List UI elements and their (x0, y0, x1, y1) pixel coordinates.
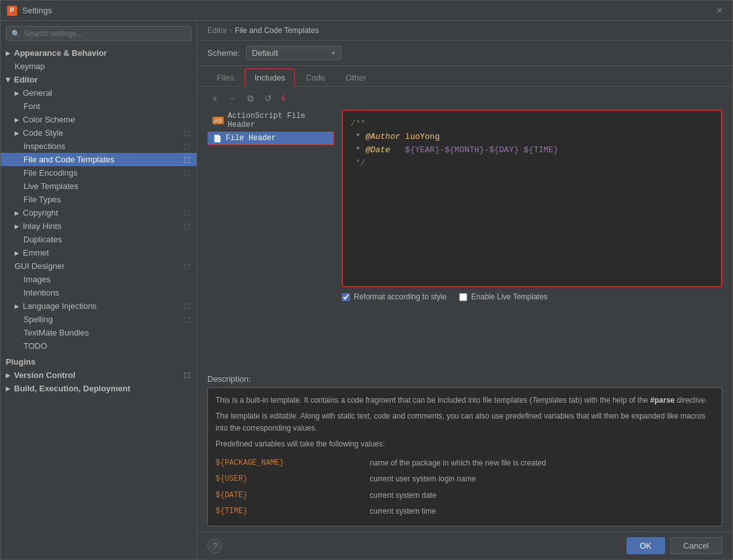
description-section: Description: This is a built-in template… (197, 374, 732, 532)
help-button[interactable]: ? (207, 538, 223, 554)
title-bar: P Settings × (1, 1, 732, 21)
scheme-select-wrapper[interactable]: Default Project (246, 46, 341, 60)
sidebar-item-duplicates[interactable]: Duplicates (1, 233, 197, 246)
sidebar-item-plugins[interactable]: Plugins (1, 355, 197, 368)
copyright-copy-icon: ⬚ (184, 209, 190, 217)
desc-text-3: Predefined variables will take the follo… (216, 438, 714, 450)
breadcrumb-editor: Editor (207, 26, 227, 35)
add-button[interactable]: + (207, 91, 223, 106)
var-package: ${PACKAGE_NAME} (216, 455, 370, 471)
settings-dialog: P Settings × 🔍 ▶ Appearance & Behavior K… (0, 0, 733, 560)
sidebar-item-version-control[interactable]: ▶ Version Control ⬚ (1, 368, 197, 382)
checkboxes-row: Reformat according to style Enable Live … (342, 292, 722, 301)
as-icon: AS (212, 117, 224, 124)
scheme-select[interactable]: Default Project (246, 46, 341, 60)
fe-copy-icon: ⬚ (184, 169, 190, 177)
sidebar-item-language-injections[interactable]: ▶ Language Injections ⬚ (1, 299, 197, 313)
sidebar-item-file-types[interactable]: File Types (1, 193, 197, 206)
window-title: Settings (22, 6, 52, 15)
tab-files[interactable]: Files (207, 68, 243, 86)
sidebar-item-appearance[interactable]: ▶ Appearance & Behavior (1, 46, 197, 60)
main-content: Editor › File and Code Templates Scheme:… (197, 21, 732, 559)
description-box: This is a built-in template. It contains… (207, 387, 722, 527)
sidebar-item-editor[interactable]: ▶ Editor (1, 73, 197, 86)
sidebar-item-spelling[interactable]: Spelling ⬚ (1, 313, 197, 326)
remove-button[interactable]: − (225, 91, 240, 106)
code-line-1: /** (351, 117, 713, 131)
sidebar-item-code-style[interactable]: ▶ Code Style ⬚ (1, 126, 197, 140)
code-style-copy-icon: ⬚ (184, 129, 190, 137)
breadcrumb: Editor › File and Code Templates (197, 21, 732, 41)
file-tree-item-actionscript[interactable]: AS ActionScript File Header (207, 110, 334, 131)
search-input[interactable] (24, 29, 186, 38)
tab-code[interactable]: Code (296, 68, 335, 86)
table-row: ${USER} current user system login name (216, 471, 714, 487)
expand-icon: ▶ (15, 303, 19, 309)
spelling-copy-icon: ⬚ (184, 315, 190, 323)
expand-icon: ▶ (15, 250, 19, 256)
table-row: ${PACKAGE_NAME} name of the package in w… (216, 455, 714, 471)
sidebar-item-build[interactable]: ▶ Build, Execution, Deployment (1, 382, 197, 395)
breadcrumb-current: File and Code Templates (235, 26, 319, 35)
expand-icon: ▶ (6, 372, 10, 379)
sidebar-item-live-templates[interactable]: Live Templates (1, 179, 197, 193)
sidebar-item-inlay-hints[interactable]: ▶ Inlay Hints ⬚ (1, 219, 197, 233)
scheme-label: Scheme: (207, 48, 240, 58)
sidebar-item-color-scheme[interactable]: ▶ Color Scheme (1, 113, 197, 126)
desc-text-2: The template is editable. Along with sta… (216, 410, 714, 434)
templates-italic: Templates (532, 396, 567, 405)
expand-icon: ▶ (5, 77, 11, 82)
code-line-4: */ (351, 157, 713, 170)
reset-button[interactable]: ↺ (261, 91, 276, 106)
sidebar-item-file-code-templates[interactable]: File and Code Templates ⬚ (1, 153, 197, 166)
expand-icon: ▶ (6, 50, 10, 56)
file-header-icon: 📄 (213, 134, 222, 143)
scheme-row: Scheme: Default Project (197, 41, 732, 66)
reformat-checkbox[interactable]: Reformat according to style (342, 292, 446, 301)
var-time: ${TIME} (216, 504, 370, 519)
sidebar-item-file-encodings[interactable]: File Encodings ⬚ (1, 166, 197, 179)
close-button[interactable]: × (713, 4, 726, 17)
expand-icon: ▶ (15, 130, 19, 136)
expand-icon: ▶ (15, 210, 19, 216)
title-bar-left: P Settings (7, 6, 52, 16)
sidebar-item-inspections[interactable]: Inspections ⬚ (1, 140, 197, 153)
description-label: Description: (207, 374, 722, 384)
tab-other[interactable]: Other (336, 68, 376, 86)
sidebar-item-copyright[interactable]: ▶ Copyright ⬚ (1, 206, 197, 219)
copy-button[interactable]: ⧉ (243, 91, 258, 106)
parse-bold: #parse (650, 396, 675, 405)
sidebar-item-textmate[interactable]: TextMate Bundles (1, 326, 197, 339)
sidebar-item-emmet[interactable]: ▶ Emmet (1, 246, 197, 259)
inlay-copy-icon: ⬚ (184, 222, 190, 230)
search-box[interactable]: 🔍 (6, 26, 191, 41)
dialog-footer: ? OK Cancel (197, 531, 732, 559)
sidebar-item-gui-designer[interactable]: GUI Designer ⬚ (1, 259, 197, 273)
ok-button[interactable]: OK (626, 537, 665, 554)
sidebar-item-images[interactable]: Images (1, 273, 197, 286)
sidebar-item-todo[interactable]: TODO (1, 339, 197, 353)
code-editor[interactable]: /** * @Author luoYong * @Date ${YEAR}-${… (342, 110, 722, 287)
cancel-button[interactable]: Cancel (670, 537, 722, 554)
gui-copy-icon: ⬚ (184, 262, 190, 270)
live-templates-checkbox[interactable]: Enable Live Templates (459, 292, 548, 301)
expand-icon: ▶ (15, 90, 19, 96)
app-icon: P (7, 6, 17, 16)
badge-4: 4 (281, 94, 285, 103)
dialog-body: 🔍 ▶ Appearance & Behavior Keymap ▶ Edito… (1, 21, 732, 559)
search-icon: 🔍 (11, 30, 20, 38)
desc-date: current system date (370, 488, 714, 504)
table-row: ${DATE} current system date (216, 488, 714, 504)
sidebar-item-font[interactable]: Font (1, 100, 197, 113)
file-tree-item-file-header[interactable]: 📄 File Header (207, 131, 334, 145)
var-date: ${DATE} (216, 488, 370, 504)
var-user: ${USER} (216, 471, 370, 487)
sidebar-item-general[interactable]: ▶ General (1, 86, 197, 100)
sidebar-item-keymap[interactable]: Keymap (1, 60, 197, 73)
editor-toolbar: + − ⧉ ↺ 4 (197, 87, 732, 110)
vc-copy-icon: ⬚ (184, 371, 190, 379)
sidebar-item-intentions[interactable]: Intentions (1, 286, 197, 299)
sidebar: 🔍 ▶ Appearance & Behavior Keymap ▶ Edito… (1, 21, 197, 559)
file-tree: AS ActionScript File Header 📄 File Heade… (207, 110, 334, 369)
tab-includes[interactable]: Includes (245, 68, 294, 87)
